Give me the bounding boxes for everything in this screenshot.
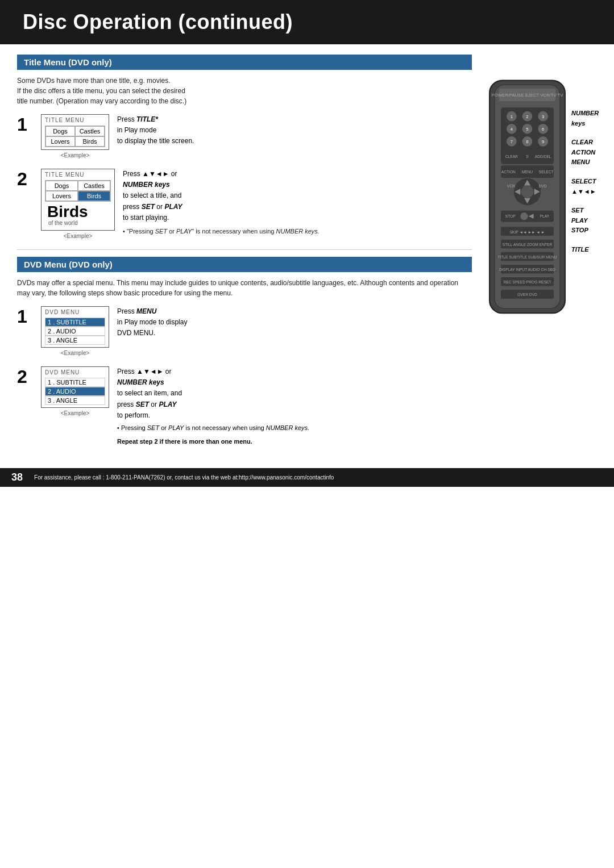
svg-text:CLEAR: CLEAR [505, 155, 518, 158]
svg-text:DVD: DVD [538, 184, 546, 188]
section-divider [17, 249, 472, 250]
grid2-cell-lovers: Lovers [45, 191, 78, 201]
title-key: TITLE* [136, 115, 158, 123]
dvd-example-2: <Example> [41, 410, 109, 416]
grid-cell-castles: Castles [75, 126, 105, 136]
svg-text:2: 2 [526, 114, 528, 119]
repeat-note: Repeat step 2 if there is more than one … [117, 437, 309, 447]
svg-text:SKIP ◄◄ ►► ◄ ►: SKIP ◄◄ ►► ◄ ► [510, 230, 545, 234]
dvd-arrows-label: ▲▼◄► [136, 368, 164, 375]
dvd-menu2-item-angle: 3 . ANGLE [45, 396, 105, 405]
label-select-arrows: ▲▼◄► [571, 187, 599, 197]
number-keys-label: NUMBER keys [123, 181, 170, 189]
step-2-content: TITLE MENU Dogs Castles Lovers Birds Bir… [41, 169, 472, 239]
dvd-step-2-number: 2 [17, 368, 33, 386]
page-footer: 38 For assistance, please call : 1-800-2… [0, 468, 614, 487]
label-keys: keys [571, 119, 599, 129]
svg-text:8: 8 [526, 139, 528, 144]
dvd-step-1-content: DVD MENU 1 . SUBTITLE 2 . AUDIO 3 . ANGL… [41, 306, 472, 356]
svg-text:VCR: VCR [507, 184, 515, 188]
label-action: ACTION [571, 148, 599, 158]
svg-text:5: 5 [526, 127, 528, 132]
dvd-step-1-instructions: Press MENU in Play mode to display DVD M… [117, 306, 187, 339]
svg-text:POWER/PAUSE EJECT VCR/TV TV: POWER/PAUSE EJECT VCR/TV TV [492, 93, 564, 98]
title-step-1: 1 TITLE MENU Dogs Castles Lovers Birds [17, 114, 472, 158]
dvd-step-2-instructions: Press ▲▼◄► or NUMBER keys to select an i… [117, 366, 309, 446]
grid-cell-dogs: Dogs [45, 126, 75, 136]
dvd-menu-screen-2: DVD MENU 1 . SUBTITLE 2 . AUDIO 3 . ANGL… [41, 366, 109, 408]
label-number: NUMBER [571, 108, 599, 119]
svg-text:PLAY: PLAY [540, 214, 550, 218]
grid2-cell-castles: Castles [78, 181, 110, 191]
bullet-note-1: "Pressing SET or PLAY" is not necessary … [123, 227, 320, 236]
grid-cell-lovers: Lovers [45, 136, 75, 147]
birds-sub-title: of the world [48, 220, 111, 226]
dvd-menu-item-1-audio: 2 . AUDIO [45, 327, 105, 336]
label-menu: MENU [571, 157, 599, 168]
svg-text:TITLE SUBTITLE SUB/SUR MENU: TITLE SUBTITLE SUB/SUR MENU [497, 255, 557, 259]
dvd-menu-section: DVD Menu (DVD only) DVDs may offer a spe… [17, 257, 472, 446]
svg-text:ACTION: ACTION [501, 170, 516, 174]
step-2-instructions: Press ▲▼◄► or NUMBER keys to select a ti… [123, 169, 320, 236]
svg-text:MENU: MENU [522, 170, 533, 174]
grid2-cell-birds-selected: Birds [78, 191, 110, 201]
set-label: SET [142, 203, 155, 211]
dvd-menu-intro: DVDs may offer a special menu. This menu… [17, 278, 472, 298]
remote-control-svg: POWER/PAUSE EJECT VCR/TV TV 1 2 3 4 5 6 … [483, 77, 571, 316]
svg-text:6: 6 [542, 127, 544, 132]
dvd-menu-header: DVD Menu (DVD only) [17, 257, 472, 272]
dvd-step-2-content: DVD MENU 1 . SUBTITLE 2 . AUDIO 3 . ANGL… [41, 366, 472, 446]
svg-text:7: 7 [511, 139, 513, 144]
dvd-step-1-number: 1 [17, 307, 33, 326]
svg-text:SELECT: SELECT [539, 170, 554, 174]
title-grid-1: Dogs Castles Lovers Birds [45, 126, 105, 147]
page-title: Disc Operation (continued) [23, 10, 591, 34]
svg-text:9: 9 [542, 139, 544, 144]
svg-text:0: 0 [526, 155, 529, 158]
svg-text:4: 4 [511, 127, 513, 132]
birds-big-title: Birds [47, 204, 111, 220]
title-menu-screen-1: TITLE MENU Dogs Castles Lovers Birds [41, 114, 109, 150]
dvd-menu2-item-subtitle: 1 . SUBTITLE [45, 378, 105, 387]
svg-text:REC SPEED PROG RESET: REC SPEED PROG RESET [504, 280, 551, 284]
title-menu-screen-2: TITLE MENU Dogs Castles Lovers Birds Bir… [41, 169, 115, 231]
svg-point-41 [520, 212, 528, 220]
label-title: TITLE [571, 245, 599, 255]
title-step-2: 2 TITLE MENU Dogs Castles Lovers Birds B… [17, 169, 472, 239]
dvd-menu-item-1-angle: 3 . ANGLE [45, 336, 105, 345]
svg-text:STOP: STOP [505, 214, 516, 218]
dvd-step-2: 2 DVD MENU 1 . SUBTITLE 2 . AUDIO 3 . AN… [17, 366, 472, 446]
dvd-menu-list-1: 1 . SUBTITLE 2 . AUDIO 3 . ANGLE [45, 318, 105, 345]
press-label-2: Press [123, 170, 142, 178]
dvd-menu-list-2: 1 . SUBTITLE 2 . AUDIO 3 . ANGLE [45, 378, 105, 405]
label-select: SELECT [571, 177, 599, 187]
dvd-menu-screen-1: DVD MENU 1 . SUBTITLE 2 . AUDIO 3 . ANGL… [41, 306, 109, 348]
dvd-bullet-note: • Pressing SET or PLAY is not necessary … [117, 423, 309, 433]
press-label-1: Press [117, 115, 136, 123]
title-grid-2: Dogs Castles Lovers Birds [45, 180, 111, 202]
svg-text:OVER DVD: OVER DVD [517, 293, 537, 297]
right-column: POWER/PAUSE EJECT VCR/TV TV 1 2 3 4 5 6 … [483, 55, 597, 457]
label-stop: STOP [571, 226, 599, 236]
screen-label-2: TITLE MENU [45, 172, 111, 178]
arrows-label: ▲▼◄► [142, 170, 169, 178]
screen-label-1: TITLE MENU [45, 117, 105, 123]
svg-point-36 [521, 185, 533, 198]
dvd-screen-label-1: DVD MENU [45, 309, 105, 315]
step-1-content: TITLE MENU Dogs Castles Lovers Birds <Ex… [41, 114, 472, 158]
svg-text:STILL ANGLE ZOOM ENTER: STILL ANGLE ZOOM ENTER [503, 243, 553, 247]
dvd-example-1: <Example> [41, 350, 109, 356]
grid2-cell-dogs: Dogs [45, 181, 78, 191]
example-2: <Example> [41, 233, 115, 239]
play-label: PLAY [164, 203, 182, 211]
dvd-set-label: SET [136, 400, 149, 408]
page-number: 38 [11, 471, 23, 483]
remote-area: POWER/PAUSE EJECT VCR/TV TV 1 2 3 4 5 6 … [483, 77, 571, 318]
label-clear: CLEAR [571, 137, 599, 148]
example-1: <Example> [41, 152, 109, 158]
label-play: PLAY [571, 216, 599, 226]
step-1-number: 1 [17, 115, 33, 133]
step-1-instructions: Press TITLE* in Play mode to display the… [117, 114, 194, 147]
menu-key-label: MENU [136, 307, 156, 315]
left-column: Title Menu (DVD only) Some DVDs have mor… [17, 55, 472, 457]
